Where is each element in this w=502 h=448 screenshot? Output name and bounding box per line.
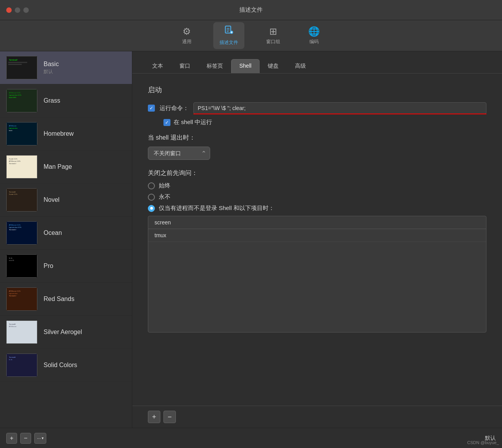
toolbar-item-encoding[interactable]: 🌐 编码 — [302, 23, 326, 48]
on-exit-row: 不关闭窗口 关闭窗口 关闭标签页 ⌃ — [148, 147, 486, 160]
maximize-button[interactable] — [23, 7, 29, 13]
toolbar-item-general[interactable]: ⚙ 通用 — [176, 23, 198, 48]
main-content: Terminal# Basic 默认 ATSServer 0.1% — [0, 51, 502, 428]
thumbnail-manpage: Xcode 0.1% ATSServer 0.0% Terminal # — [6, 155, 37, 178]
list-item-tmux[interactable]: tmux — [148, 229, 486, 242]
sidebar-item-manpage[interactable]: Xcode 0.1% ATSServer 0.0% Terminal # Man… — [0, 150, 132, 184]
sidebar: Terminal# Basic 默认 ATSServer 0.1% — [0, 51, 132, 428]
sidebar-label-solidcolors: Solid Colors — [44, 362, 77, 369]
toolbar-item-window-groups[interactable]: ⊞ 窗口组 — [260, 23, 286, 48]
sidebar-label-novel: Novel — [44, 196, 60, 203]
on-exit-select[interactable]: 不关闭窗口 关闭窗口 关闭标签页 — [148, 147, 210, 160]
sidebar-label-basic: Basic 默认 — [44, 61, 59, 75]
shell-panel: 启动 运行命令： 在 shell 中运行 当 shell 退出时： — [132, 74, 502, 406]
window-title: 描述文件 — [239, 6, 263, 14]
run-command-checkbox[interactable] — [148, 105, 155, 112]
sidebar-item-novel[interactable]: Terminal# Xcode 0.1% Novel — [0, 184, 132, 217]
radio-never-row: 永不 — [148, 193, 486, 201]
on-exit-title: 当 shell 退出时： — [148, 134, 486, 142]
thumbnail-homebrew: ATSServer loginwindow bash — [6, 122, 37, 145]
watermark: CSDN @buyue_ — [467, 440, 499, 445]
tab-text[interactable]: 文本 — [144, 59, 171, 73]
thumbnail-silveraerogel: Terminal# ATSServer — [6, 320, 37, 344]
chevron-down-icon: ▾ — [42, 436, 44, 440]
sidebar-item-ocean[interactable]: ATSServer 0.1% loginwindow 0.0% Terminal… — [0, 217, 132, 250]
radio-conditional[interactable] — [148, 205, 155, 212]
radio-never-label: 永不 — [159, 193, 170, 201]
on-exit-dropdown-wrapper: 不关闭窗口 关闭窗口 关闭标签页 ⌃ — [148, 147, 210, 160]
sidebar-label-silveraerogel: Silver Aerogel — [44, 329, 82, 336]
tab-advanced[interactable]: 高级 — [287, 59, 314, 73]
toolbar-label-encoding: 编码 — [309, 38, 319, 45]
titlebar: 描述文件 — [0, 0, 502, 20]
toolbar: ⚙ 通用 描述文件 ⊞ 窗口组 🌐 编码 — [0, 20, 502, 51]
thumbnail-redsands: ATSServer 0.1% loginwindow Terminal # — [6, 287, 37, 311]
sidebar-item-homebrew[interactable]: ATSServer loginwindow bash Homebrew — [0, 117, 132, 150]
bottom-bar: + − ··· ▾ 默认 — [0, 428, 502, 448]
minimize-button[interactable] — [15, 7, 20, 13]
close-button[interactable] — [6, 7, 12, 13]
add-list-item-button[interactable]: + — [148, 411, 160, 423]
sidebar-label-pro: Pro — [44, 262, 53, 270]
run-in-shell-row: 在 shell 中运行 — [163, 119, 486, 126]
run-in-shell-label: 在 shell 中运行 — [174, 119, 212, 126]
gear-icon: ⚙ — [183, 26, 191, 37]
tab-keyboard[interactable]: 键盘 — [260, 59, 287, 73]
sidebar-item-solidcolors[interactable]: Terminal# ls -la Solid Colors — [0, 349, 132, 382]
radio-conditional-label: 仅当有进程而不是登录 Shell 和以下项目时： — [159, 205, 274, 212]
radio-always-label: 始终 — [159, 182, 170, 189]
startup-title: 启动 — [148, 85, 486, 94]
document-icon — [224, 25, 234, 38]
thumbnail-basic: Terminal# — [6, 56, 37, 79]
traffic-lights — [6, 7, 29, 13]
red-underline-decoration — [193, 114, 486, 114]
thumbnail-pro: ls -la total 45 — [6, 254, 37, 278]
content-bottom-bar: + − — [132, 406, 502, 428]
sidebar-label-grass: Grass — [44, 97, 60, 104]
content-area: 文本 窗口 标签页 Shell 键盘 高级 启动 — [132, 51, 502, 428]
radio-never[interactable] — [148, 194, 155, 201]
toolbar-item-profiles[interactable]: 描述文件 — [213, 22, 244, 49]
sidebar-item-pro[interactable]: ls -la total 45 Pro — [0, 250, 132, 283]
thumbnail-solidcolors: Terminal# ls -la — [6, 354, 37, 377]
radio-always-row: 始终 — [148, 182, 486, 189]
run-command-input[interactable] — [193, 102, 486, 114]
remove-list-item-button[interactable]: − — [163, 411, 176, 423]
sidebar-label-manpage: Man Page — [44, 163, 72, 170]
sidebar-item-grass[interactable]: ATSServer 0.1% loginwindow 0.0% bash 0.8… — [0, 84, 132, 117]
remove-profile-button[interactable]: − — [20, 433, 31, 444]
process-list-box: screen tmux — [148, 216, 486, 332]
tab-bar: 文本 窗口 标签页 Shell 键盘 高级 — [132, 51, 502, 74]
sidebar-item-basic[interactable]: Terminal# Basic 默认 — [0, 51, 132, 84]
run-in-shell-checkbox[interactable] — [163, 119, 170, 126]
thumbnail-grass: ATSServer 0.1% loginwindow 0.0% bash 0.8… — [6, 89, 37, 112]
svg-rect-0 — [225, 26, 231, 33]
toolbar-label-window-groups: 窗口组 — [266, 38, 280, 45]
sidebar-item-redsands[interactable]: ATSServer 0.1% loginwindow Terminal # Re… — [0, 283, 132, 316]
radio-conditional-row: 仅当有进程而不是登录 Shell 和以下项目时： — [148, 205, 486, 212]
globe-icon: 🌐 — [308, 26, 320, 37]
thumbnail-ocean: ATSServer 0.1% loginwindow 0.0% Terminal… — [6, 221, 37, 245]
ask-before-close-title: 关闭之前先询问： — [148, 169, 486, 177]
sidebar-label-redsands: Red Sands — [44, 296, 74, 303]
run-command-label: 运行命令： — [160, 105, 189, 112]
radio-always[interactable] — [148, 182, 155, 189]
list-item-screen[interactable]: screen — [148, 216, 486, 229]
tab-shell[interactable]: Shell — [231, 59, 260, 73]
sidebar-label-homebrew: Homebrew — [44, 130, 74, 137]
tab-window[interactable]: 窗口 — [171, 59, 198, 73]
more-options-button[interactable]: ··· ▾ — [34, 433, 46, 444]
run-command-row: 运行命令： — [148, 102, 486, 114]
window-groups-icon: ⊞ — [269, 26, 277, 37]
sidebar-item-silveraerogel[interactable]: Terminal# ATSServer Silver Aerogel — [0, 316, 132, 349]
thumbnail-novel: Terminal# Xcode 0.1% — [6, 188, 37, 212]
toolbar-label-general: 通用 — [182, 38, 191, 45]
tab-tab[interactable]: 标签页 — [198, 59, 231, 73]
sidebar-label-ocean: Ocean — [44, 229, 62, 236]
toolbar-label-profiles: 描述文件 — [219, 39, 238, 46]
bottom-left-controls: + − ··· ▾ — [6, 433, 46, 444]
add-profile-button[interactable]: + — [6, 433, 17, 444]
